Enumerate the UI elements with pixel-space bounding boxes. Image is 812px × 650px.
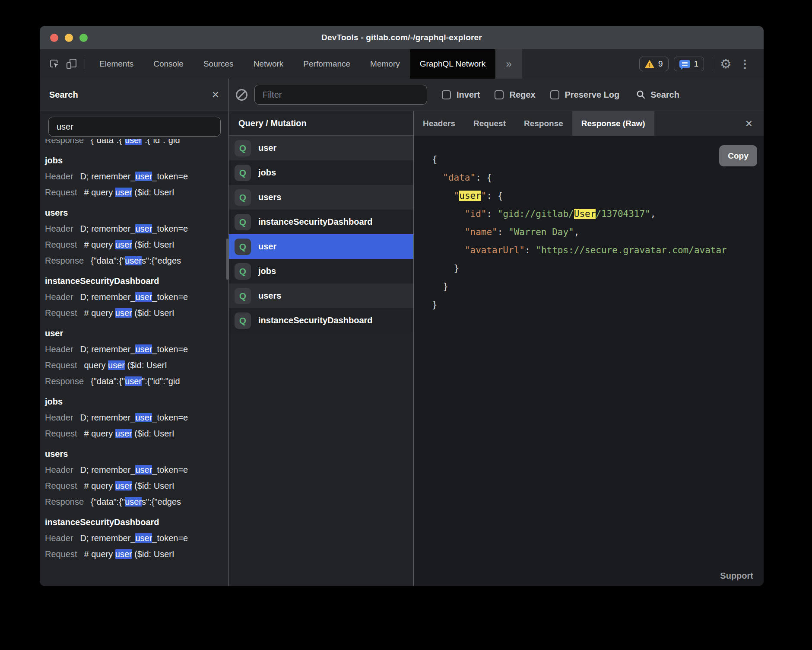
search-input[interactable] [48,117,221,137]
search-result-row[interactable]: HeaderD; remember_user_token=e [45,169,228,185]
query-list-item-jobs[interactable]: Qjobs [229,160,413,185]
search-result-row[interactable]: Request# query user ($id: UserI [45,478,228,494]
json-line: } [432,277,764,296]
toggle-device-toolbar-button[interactable] [63,49,80,79]
more-tabs-button[interactable]: » [495,49,522,79]
search-result-group-title[interactable]: jobs [45,393,228,410]
query-list-item-user[interactable]: Quser [229,234,413,259]
search-result-text: D; remember_ [80,413,136,422]
response-tab-request[interactable]: Request [464,111,515,136]
search-result-row[interactable]: Request# query user ($id: UserI [45,185,228,201]
search-result-row[interactable]: Request# query user ($id: UserI [45,237,228,253]
search-result-row[interactable]: Response{"data":{"user":{"id":"gid [45,139,228,148]
search-result-text: _token=e [152,224,188,233]
checkbox-invert[interactable]: Invert [442,90,480,100]
search-toggle[interactable]: Search [636,89,679,100]
json-token: } [432,300,438,310]
tab-elements[interactable]: Elements [89,49,143,79]
copy-button[interactable]: Copy [719,145,757,166]
issues-badge[interactable]: 1 [674,57,704,71]
query-list-item-instancesecuritydashboard[interactable]: QinstanceSecurityDashboard [229,308,413,333]
checkbox-regex[interactable]: Regex [495,90,535,100]
search-result-row[interactable]: Response{"data":{"users":{"edges [45,494,228,510]
search-result-row-label: Header [45,224,73,234]
search-result-group-title[interactable]: users [45,446,228,462]
search-result-row[interactable]: HeaderD; remember_user_token=e [45,341,228,357]
search-result-row-label: Header [45,533,73,543]
search-result-row[interactable]: Requestquery user ($id: UserI [45,357,228,373]
query-list-item-user[interactable]: Quser [229,136,413,160]
json-token [432,227,465,237]
search-result-row[interactable]: Request# query user ($id: UserI [45,305,228,321]
search-result-text: D; remember_ [80,533,136,543]
message-count: 1 [694,59,699,69]
json-token: "data" [443,172,476,183]
kebab-menu-icon[interactable]: ⋮ [737,58,753,70]
search-result-text: D; remember_ [80,465,136,475]
search-match-highlight: user [115,481,132,491]
search-result-group-title[interactable]: instanceSecurityDashboard [45,273,228,289]
search-result-text: s":{"edges [142,497,181,507]
query-badge-icon: Q [235,288,251,304]
tab-console[interactable]: Console [143,49,193,79]
close-window-button[interactable] [50,34,58,42]
close-search-panel-icon[interactable]: × [212,89,219,101]
search-result-row[interactable]: Response{"data":{"users":{"edges [45,253,228,269]
search-result-row-label: Request [45,360,77,370]
search-result-group-title[interactable]: instanceSecurityDashboard [45,514,228,530]
search-result-row[interactable]: HeaderD; remember_user_token=e [45,462,228,478]
response-tab-response[interactable]: Response [515,111,572,136]
tab-sources[interactable]: Sources [193,49,244,79]
checkbox-box-invert[interactable] [442,90,451,99]
search-result-group-title[interactable]: users [45,204,228,221]
support-link[interactable]: Support [720,571,753,581]
search-result-text: s":{"edges [142,256,181,265]
search-result-text: {"data":{" [91,376,125,386]
inspect-element-button[interactable] [46,49,63,79]
warnings-badge[interactable]: ! 9 [639,57,669,71]
search-result-row[interactable]: Request# query user ($id: UserI [45,546,228,562]
query-list-item-instancesecuritydashboard[interactable]: QinstanceSecurityDashboard [229,210,413,234]
search-icon [636,89,646,100]
checkbox-box-preserve-log[interactable] [550,90,559,99]
clear-block-icon[interactable] [236,89,247,101]
search-result-text: ($id: UserI [125,360,167,370]
search-result-row-content: {"data":{"user":{"id":"gid [91,139,180,145]
search-result-row[interactable]: Request# query user ($id: UserI [45,426,228,442]
tab-bar-spacer [522,49,639,79]
json-token: : [498,227,508,237]
tab-graphql-network[interactable]: GraphQL Network [410,49,495,79]
tab-memory[interactable]: Memory [360,49,410,79]
query-list-item-users[interactable]: Qusers [229,185,413,210]
toolbar-divider [712,57,712,71]
query-list-item-users[interactable]: Qusers [229,284,413,308]
checkbox-box-regex[interactable] [495,90,504,99]
filter-checkboxes: InvertRegexPreserve Log [427,90,619,100]
search-result-group-title[interactable]: user [45,325,228,341]
query-list-item-label: jobs [258,266,276,276]
search-result-row[interactable]: HeaderD; remember_user_token=e [45,410,228,426]
query-list-header: Query / Mutation [229,111,413,136]
tab-performance[interactable]: Performance [293,49,360,79]
filter-input[interactable] [254,85,427,105]
search-result-text: D; remember_ [80,344,136,354]
search-result-row[interactable]: HeaderD; remember_user_token=e [45,289,228,305]
tab-network[interactable]: Network [244,49,294,79]
search-result-row-label: Response [45,139,84,145]
search-result-group-title[interactable]: jobs [45,152,228,169]
minimize-window-button[interactable] [65,34,73,42]
search-result-row[interactable]: HeaderD; remember_user_token=e [45,530,228,546]
search-result-row[interactable]: HeaderD; remember_user_token=e [45,221,228,237]
response-tab-response-raw[interactable]: Response (Raw) [572,111,654,136]
settings-gear-icon[interactable]: ⚙ [720,57,732,70]
checkbox-preserve-log[interactable]: Preserve Log [550,90,620,100]
query-list-item-label: instanceSecurityDashboard [258,315,373,325]
response-tab-headers[interactable]: Headers [414,111,464,136]
left-panel-scrollbar-thumb[interactable] [226,239,228,280]
json-token: : { [476,172,492,183]
search-result-row[interactable]: Response{"data":{"user":{"id":"gid [45,373,228,389]
zoom-window-button[interactable] [79,34,88,42]
close-response-icon[interactable]: × [745,118,752,130]
query-badge-icon: Q [235,239,251,255]
query-list-item-jobs[interactable]: Qjobs [229,259,413,284]
